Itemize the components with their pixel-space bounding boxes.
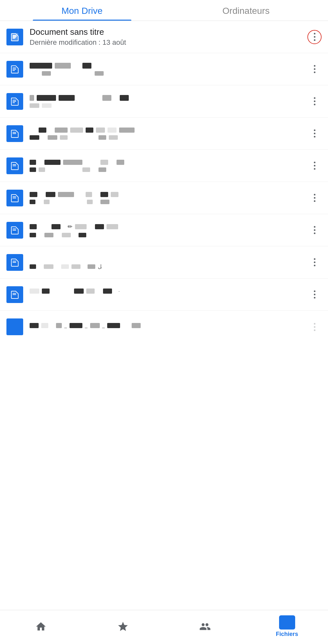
file-info: ﻞ	[30, 255, 307, 270]
list-item[interactable]: ✏	[0, 214, 328, 246]
three-dots-icon	[314, 33, 315, 41]
list-item[interactable]	[0, 118, 328, 150]
people-icon	[199, 621, 211, 632]
more-options-button[interactable]	[307, 223, 322, 237]
file-info: ✏	[30, 223, 307, 237]
list-item[interactable]: ﻞ	[0, 246, 328, 279]
file-icon	[6, 254, 23, 271]
list-item[interactable]	[0, 182, 328, 214]
tab-ordinateurs[interactable]: Ordinateurs	[164, 0, 328, 21]
more-options-button[interactable]	[307, 94, 322, 109]
file-info: ·	[30, 289, 307, 301]
nav-files-label: Fichiers	[276, 631, 298, 638]
file-icon	[6, 222, 23, 239]
three-dots-icon	[314, 162, 315, 170]
folder-icon	[279, 615, 295, 630]
file-icon	[6, 125, 23, 142]
star-icon	[117, 621, 129, 632]
file-icon	[6, 29, 23, 45]
list-item[interactable]	[0, 85, 328, 118]
list-item[interactable]	[0, 150, 328, 182]
list-item[interactable]: Document sans titre Dernière modificatio…	[0, 21, 328, 53]
three-dots-icon	[314, 194, 315, 202]
three-dots-icon	[314, 97, 315, 105]
file-info: _ _ _	[30, 323, 307, 331]
three-dots-icon	[314, 65, 315, 73]
list-item[interactable]: ·	[0, 279, 328, 311]
three-dots-icon	[314, 290, 315, 298]
three-dots-icon	[314, 129, 315, 137]
nav-item-shared[interactable]	[164, 621, 246, 632]
file-icon	[6, 93, 23, 110]
more-options-button[interactable]	[307, 127, 322, 141]
file-list: Document sans titre Dernière modificatio…	[0, 21, 328, 343]
file-icon	[6, 286, 23, 303]
more-options-button[interactable]	[307, 62, 322, 76]
more-options-button[interactable]	[307, 288, 322, 302]
file-title: Document sans titre	[30, 27, 307, 37]
three-dots-icon	[314, 323, 315, 331]
nav-item-home[interactable]	[0, 621, 82, 632]
nav-item-starred[interactable]	[82, 621, 164, 632]
file-info: Document sans titre Dernière modificatio…	[30, 27, 307, 47]
three-dots-icon	[314, 258, 315, 266]
more-options-button[interactable]	[307, 320, 322, 334]
file-info	[30, 128, 307, 140]
file-info	[30, 160, 307, 172]
file-info	[30, 63, 307, 76]
more-options-button[interactable]	[307, 191, 322, 205]
file-info	[30, 192, 307, 204]
tab-mon-drive[interactable]: Mon Drive	[0, 0, 164, 21]
file-icon	[6, 61, 23, 78]
file-icon	[6, 318, 23, 335]
list-item[interactable]	[0, 53, 328, 85]
three-dots-icon	[314, 226, 315, 234]
more-options-button[interactable]	[307, 30, 322, 44]
file-icon	[6, 157, 23, 174]
more-options-button[interactable]	[307, 159, 322, 173]
more-options-button[interactable]	[307, 255, 322, 270]
tab-bar: Mon Drive Ordinateurs	[0, 0, 328, 21]
nav-item-files[interactable]: Fichiers	[246, 615, 328, 638]
file-subtitle: Dernière modification : 13 août	[30, 38, 307, 47]
home-icon	[35, 621, 47, 632]
file-info	[30, 95, 307, 108]
list-item[interactable]: _ _ _	[0, 311, 328, 343]
bottom-nav: Fichiers	[0, 610, 328, 644]
file-icon	[6, 190, 23, 206]
